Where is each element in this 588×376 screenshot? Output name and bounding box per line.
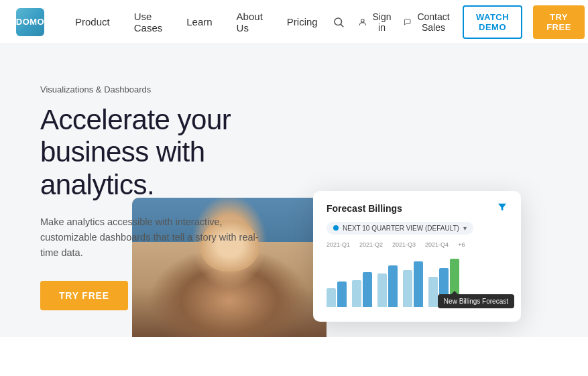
logo[interactable]: DOMO	[16, 8, 44, 36]
chart-area: New Billings Forecast	[327, 253, 508, 307]
logo-box: DOMO	[16, 8, 44, 36]
quarter-label-3: 2021-Q3	[392, 241, 416, 248]
contact-sales-label: Contact Sales	[415, 11, 452, 33]
bar-1-dark	[337, 281, 347, 307]
watch-demo-button[interactable]: WATCH DEMO	[463, 5, 522, 39]
section2: Visual and interactive data for intuitiv…	[0, 337, 588, 376]
bar-group-3	[377, 265, 398, 307]
nav-right: Sign in Contact Sales WATCH DEMO TRY FRE…	[330, 5, 585, 39]
quarter-label-2: 2021-Q2	[359, 241, 383, 248]
quarter-label-5: +6	[458, 241, 465, 248]
bar-3-dark	[388, 265, 398, 307]
nav-learn[interactable]: Learn	[174, 0, 224, 44]
hero-description: Make analytics accessible with interacti…	[40, 214, 268, 261]
signin-button[interactable]: Sign in	[358, 11, 393, 33]
signin-label: Sign in	[371, 11, 392, 33]
hero-section: Visualizations & Dashboards Accelerate y…	[0, 44, 588, 337]
card-filter-row[interactable]: NEXT 10 QUARTER VIEW (DEFAULT) ▾	[327, 222, 473, 235]
nav-links: Product Use Cases Learn About Us Pricing	[63, 0, 330, 44]
bar-3-light	[377, 273, 387, 307]
hero-content: Visualizations & Dashboards Accelerate y…	[40, 84, 322, 310]
dashboard-card: Forecast Billings NEXT 10 QUARTER VIEW (…	[313, 191, 521, 322]
bar-group-4	[403, 261, 423, 307]
filter-icon	[497, 202, 508, 215]
chart-tooltip: New Billings Forecast	[438, 294, 514, 308]
nav-about-us[interactable]: About Us	[225, 0, 275, 44]
bar-4-light	[403, 270, 412, 307]
search-button[interactable]	[330, 13, 347, 31]
nav-use-cases[interactable]: Use Cases	[122, 0, 175, 44]
quarters-row: 2021-Q1 2021-Q2 2021-Q3 2021-Q4 +6	[327, 241, 508, 248]
bar-2-dark	[363, 272, 372, 307]
contact-sales-button[interactable]: Contact Sales	[404, 11, 452, 33]
bar-group-1	[327, 281, 347, 307]
try-free-button[interactable]: TRY FREE	[40, 281, 128, 310]
hero-tag: Visualizations & Dashboards	[40, 84, 322, 95]
quarter-label-4: 2021-Q4	[425, 241, 449, 248]
try-free-nav-button[interactable]: TRY FREE	[533, 5, 585, 39]
nav-pricing[interactable]: Pricing	[275, 0, 330, 44]
filter-text: NEXT 10 QUARTER VIEW (DEFAULT)	[343, 225, 459, 232]
card-header: Forecast Billings	[327, 202, 508, 215]
bar-group-2	[352, 272, 372, 307]
nav-product[interactable]: Product	[63, 0, 122, 44]
card-title: Forecast Billings	[327, 203, 402, 214]
bar-2-light	[352, 280, 361, 307]
filter-chevron-icon: ▾	[463, 225, 467, 232]
filter-dot	[333, 225, 339, 231]
svg-point-2	[361, 19, 364, 22]
navbar: DOMO Product Use Cases Learn About Us Pr…	[0, 0, 588, 44]
bar-1-light	[327, 288, 336, 307]
hero-title: Accelerate your business with analytics.	[40, 104, 322, 201]
svg-line-1	[341, 24, 343, 26]
quarter-label-1: 2021-Q1	[327, 241, 350, 248]
bar-5-light	[428, 277, 438, 307]
bar-4-dark	[414, 261, 423, 307]
